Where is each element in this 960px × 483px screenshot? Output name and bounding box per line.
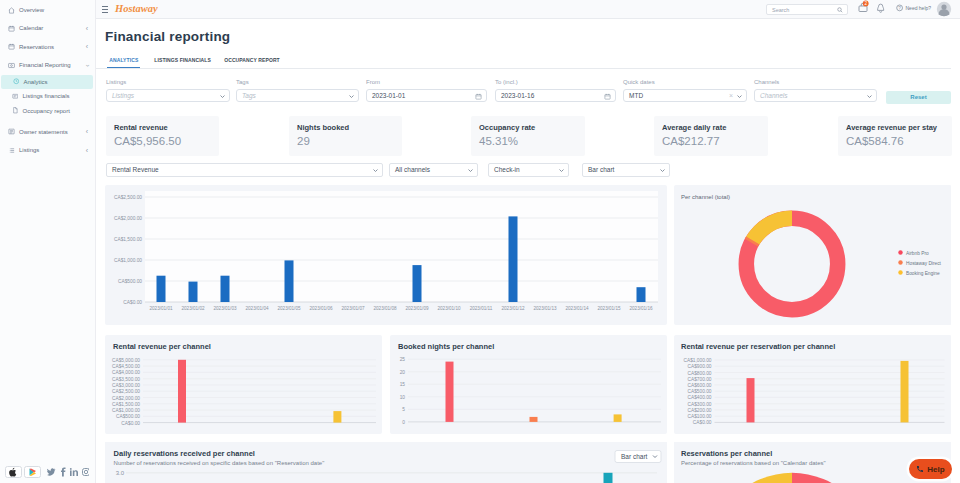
svg-text:Reservations per channel: Reservations per channel xyxy=(681,449,772,458)
svg-text:15: 15 xyxy=(400,382,406,387)
svg-text:CA$900.00: CA$900.00 xyxy=(687,364,711,369)
svg-text:2023/01/06: 2023/01/06 xyxy=(310,306,333,311)
svg-text:Rental revenue per channel: Rental revenue per channel xyxy=(113,342,211,351)
svg-text:2023/01/11: 2023/01/11 xyxy=(470,306,493,311)
svg-text:Number of reservations receive: Number of reservations received on speci… xyxy=(114,460,325,466)
svg-text:2023/01/04: 2023/01/04 xyxy=(246,306,269,311)
svg-text:10: 10 xyxy=(400,395,406,400)
svg-text:2023/01/07: 2023/01/07 xyxy=(342,306,365,311)
svg-text:2: 2 xyxy=(864,1,867,6)
svg-text:Per channel (total): Per channel (total) xyxy=(681,194,730,200)
svg-text:2023/01/01: 2023/01/01 xyxy=(150,306,173,311)
svg-text:CA$500.00: CA$500.00 xyxy=(116,414,140,419)
svg-text:CA$800.00: CA$800.00 xyxy=(687,371,711,376)
svg-text:CA$1,500.00: CA$1,500.00 xyxy=(112,402,140,407)
svg-text:CA$500.00: CA$500.00 xyxy=(687,389,711,394)
svg-text:2023/01/10: 2023/01/10 xyxy=(438,306,461,311)
svg-text:CA$600.00: CA$600.00 xyxy=(687,383,711,388)
svg-text:2023/01/02: 2023/01/02 xyxy=(182,306,205,311)
svg-text:CA$700.00: CA$700.00 xyxy=(687,377,711,382)
svg-text:CA$5,000.00: CA$5,000.00 xyxy=(112,358,140,363)
svg-text:5: 5 xyxy=(402,407,405,412)
svg-text:2023/01/16: 2023/01/16 xyxy=(630,306,653,311)
svg-text:2023/01/15: 2023/01/15 xyxy=(598,306,621,311)
svg-text:Airbnb Pro: Airbnb Pro xyxy=(906,251,929,256)
svg-text:CA$1,500.00: CA$1,500.00 xyxy=(114,237,142,242)
svg-text:2023/01/12: 2023/01/12 xyxy=(502,306,525,311)
svg-text:CA$2,500.00: CA$2,500.00 xyxy=(114,195,142,200)
svg-text:CA$400.00: CA$400.00 xyxy=(687,395,711,400)
svg-text:Booking Engine: Booking Engine xyxy=(906,271,940,276)
svg-text:20: 20 xyxy=(400,370,406,375)
svg-text:2023/01/08: 2023/01/08 xyxy=(374,306,397,311)
svg-text:CA$300.00: CA$300.00 xyxy=(687,402,711,407)
svg-text:CA$2,000.00: CA$2,000.00 xyxy=(112,396,140,401)
svg-text:CA$100.00: CA$100.00 xyxy=(687,414,711,419)
svg-text:Need help?: Need help? xyxy=(906,5,932,11)
svg-text:?: ? xyxy=(898,6,901,11)
svg-text:CA$0.00: CA$0.00 xyxy=(121,421,140,426)
svg-text:CA$0.00: CA$0.00 xyxy=(123,300,142,305)
svg-text:CA$4,000.00: CA$4,000.00 xyxy=(112,370,140,375)
svg-text:CA$4,500.00: CA$4,500.00 xyxy=(112,364,140,369)
svg-text:CA$500.00: CA$500.00 xyxy=(118,279,142,284)
svg-text:2023/01/13: 2023/01/13 xyxy=(534,306,557,311)
svg-text:25: 25 xyxy=(400,357,406,362)
svg-text:CA$2,500.00: CA$2,500.00 xyxy=(112,389,140,394)
svg-text:2023/01/03: 2023/01/03 xyxy=(214,306,237,311)
svg-text:Hostaway Direct: Hostaway Direct xyxy=(906,261,942,266)
svg-text:Bar chart: Bar chart xyxy=(621,453,648,460)
svg-text:Percentage of reservations bas: Percentage of reservations based on "Cal… xyxy=(681,460,826,466)
svg-text:CA$200.00: CA$200.00 xyxy=(687,408,711,413)
svg-text:CA$2,000.00: CA$2,000.00 xyxy=(114,216,142,221)
svg-text:2023/01/05: 2023/01/05 xyxy=(278,306,301,311)
svg-text:Daily reservations received pe: Daily reservations received per channel xyxy=(114,449,255,458)
svg-text:2023/01/09: 2023/01/09 xyxy=(406,306,429,311)
svg-text:CA$0.00: CA$0.00 xyxy=(692,420,711,425)
svg-text:0: 0 xyxy=(402,420,405,425)
svg-text:CA$1,000.00: CA$1,000.00 xyxy=(683,358,711,363)
svg-text:Rental revenue per reservation: Rental revenue per reservation per chann… xyxy=(681,342,835,351)
svg-text:CA$1,000.00: CA$1,000.00 xyxy=(112,408,140,413)
svg-text:Booked nights per channel: Booked nights per channel xyxy=(398,342,494,351)
svg-text:CA$3,500.00: CA$3,500.00 xyxy=(112,377,140,382)
svg-text:2023/01/14: 2023/01/14 xyxy=(566,306,589,311)
svg-text:CA$3,000.00: CA$3,000.00 xyxy=(112,383,140,388)
svg-text:3.0: 3.0 xyxy=(116,470,125,476)
svg-text:CA$1,000.00: CA$1,000.00 xyxy=(114,258,142,263)
